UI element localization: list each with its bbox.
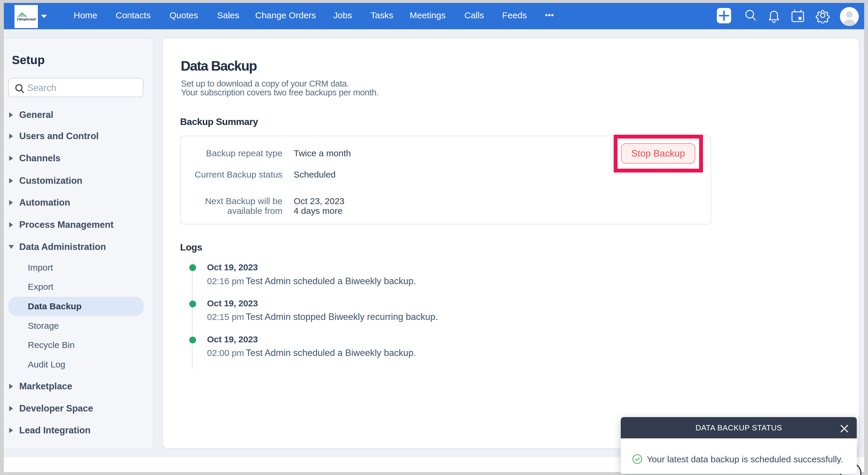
svg-text:1StopInstall: 1StopInstall xyxy=(17,17,35,21)
